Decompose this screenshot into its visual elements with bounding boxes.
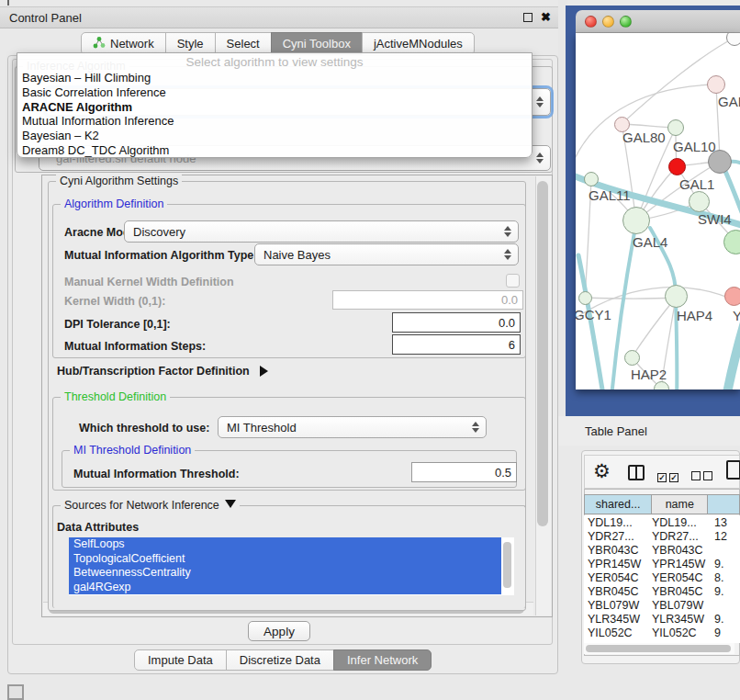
table-cell: YDL19... — [584, 516, 650, 529]
tab-infer-network[interactable]: Infer Network — [333, 649, 432, 671]
manual-kernel-checkbox[interactable] — [506, 274, 520, 288]
network-node-gcy1[interactable] — [578, 291, 592, 305]
deselect-all-checkbox-icon[interactable] — [691, 468, 715, 484]
mi-steps-label: Mutual Information Steps: — [64, 340, 206, 353]
network-node-gal11[interactable] — [584, 172, 599, 186]
network-node-unlabeled-top[interactable] — [726, 33, 740, 46]
network-tab-icon — [93, 36, 106, 51]
column-header-cropped[interactable] — [708, 495, 739, 514]
mi-threshold-definition-title: MI Threshold Definition — [70, 444, 195, 457]
mi-type-value: Naive Bayes — [263, 248, 331, 262]
list-item-gal4rgexp[interactable]: gal4RGexp — [69, 581, 501, 595]
hub-definition-toggle[interactable]: Hub/Transcription Factor Definition — [57, 365, 268, 378]
window-close-button[interactable] — [585, 16, 597, 28]
table-row[interactable]: YBL079WYBL079W — [584, 598, 740, 612]
table-row[interactable]: YER054CYER054C8. — [584, 570, 740, 584]
mi-steps-value: 6 — [509, 338, 515, 352]
table-cell: YBR043C — [584, 544, 650, 557]
table-horizontal-scrollbar-thumb[interactable] — [586, 645, 731, 652]
window-minimize-button[interactable] — [602, 16, 614, 28]
settings-gear-icon[interactable]: ⚙ — [593, 460, 611, 482]
dropdown-item-mutual-information[interactable]: Mutual Information Inference — [17, 114, 532, 129]
node-label: GCY1 — [576, 307, 611, 322]
network-node-gal10[interactable] — [667, 119, 684, 136]
network-node-hap4[interactable] — [665, 285, 688, 308]
close-panel-icon[interactable]: ✖ — [541, 13, 551, 22]
float-panel-icon[interactable] — [523, 13, 533, 22]
tab-select-label: Select — [227, 37, 260, 51]
kernel-width-label: Kernel Width (0,1): — [64, 295, 165, 308]
list-item-betweennesscentrality[interactable]: BetweennessCentrality — [69, 566, 501, 581]
dropdown-item-basic-correlation[interactable]: Basic Correlation Inference — [17, 85, 532, 100]
dropdown-item-dream8[interactable]: Dream8 DC_TDC Algorithm — [17, 143, 532, 158]
column-header-name[interactable]: name — [652, 495, 708, 514]
table-cell: 9. — [711, 558, 740, 570]
window-zoom-button[interactable] — [620, 16, 632, 28]
table-row[interactable]: YPR145WYPR145W9. — [584, 557, 740, 570]
table-cell: 9. — [711, 585, 740, 598]
tab-cyni-toolbox-label: Cyni Toolbox — [283, 37, 351, 51]
table-cell: 8. — [711, 571, 740, 584]
dropdown-item-bayesian-hill-climbing[interactable]: Bayesian – Hill Climbing — [17, 71, 532, 85]
aracne-mode-combo[interactable]: Discovery — [124, 220, 519, 243]
network-canvas[interactable]: GAL GAL80 GAL10 GAL1 GAL11 GAL4 SWI4 GCY… — [576, 33, 740, 390]
table-row[interactable]: YDR27...YDR27...12 — [584, 529, 740, 543]
dpi-tolerance-label: DPI Tolerance [0,1]: — [64, 318, 171, 331]
node-label: HAP4 — [677, 308, 712, 323]
network-node-red[interactable] — [668, 158, 686, 175]
table-cell: 9. — [711, 613, 740, 626]
column-header-shared-name[interactable]: shared... — [585, 495, 652, 514]
mi-steps-field[interactable]: 6 — [392, 334, 521, 355]
select-all-checkbox-icon[interactable]: ✓✓ — [657, 468, 681, 484]
network-window-titlebar[interactable] — [576, 10, 740, 33]
network-node-gal4[interactable] — [622, 207, 650, 234]
table-row[interactable]: YDL19...YDL19...13 — [584, 515, 740, 529]
node-label: GAL11 — [589, 187, 631, 203]
node-label: GAL80 — [622, 130, 666, 145]
dpi-tolerance-field[interactable]: 0.0 — [392, 312, 521, 333]
function-builder-icon[interactable] — [726, 460, 740, 480]
table-row[interactable]: YIL052CYIL052C9 — [584, 626, 740, 639]
kernel-width-field[interactable]: 0.0 — [332, 290, 523, 310]
cyni-algorithm-settings-title: Cyni Algorithm Settings — [56, 175, 182, 187]
network-node-salmon[interactable] — [724, 287, 740, 306]
which-threshold-combo[interactable]: MI Threshold — [218, 416, 487, 438]
tab-discretize-data-label: Discretize Data — [240, 653, 320, 667]
settings-vertical-scrollbar-thumb[interactable] — [537, 181, 548, 526]
table-row[interactable]: YLR345WYLR345W9. — [584, 612, 740, 626]
node-label: Y — [733, 308, 740, 323]
table-cell: YBL079W — [584, 599, 650, 612]
table-cell: YPR145W — [584, 558, 650, 570]
table-row[interactable]: YBR045CYBR045C9. — [584, 584, 740, 598]
list-item-selfloops[interactable]: SelfLoops — [69, 537, 501, 552]
node-label: GAL — [718, 94, 740, 109]
mi-type-combo[interactable]: Naive Bayes — [254, 243, 519, 265]
table-cell: 13 — [711, 516, 740, 529]
sources-group-title[interactable]: Sources for Network Inference — [61, 499, 240, 512]
mi-type-label: Mutual Information Algorithm Type: — [64, 249, 257, 262]
tab-impute-data[interactable]: Impute Data — [134, 649, 227, 671]
table-cell: 9 — [711, 627, 740, 639]
network-node-gal-top[interactable] — [707, 75, 725, 94]
cropped-tool-icon[interactable] — [7, 684, 24, 700]
apply-button[interactable]: Apply — [248, 621, 310, 641]
node-label: HAP2 — [631, 367, 667, 382]
tab-discretize-data[interactable]: Discretize Data — [226, 649, 334, 671]
table-cell: YIL052C — [650, 627, 711, 639]
attributes-list-scrollbar-thumb[interactable] — [503, 542, 511, 588]
column-layout-icon[interactable] — [628, 465, 645, 480]
table-cell: YIL052C — [584, 627, 650, 639]
dropdown-item-bayesian-k2[interactable]: Bayesian – K2 — [17, 129, 532, 143]
list-item-topologicalcoefficient[interactable]: TopologicalCoefficient — [69, 552, 501, 567]
data-attributes-label: Data Attributes — [57, 521, 139, 534]
dropdown-item-aracne[interactable]: ARACNE Algorithm — [17, 100, 532, 115]
mi-threshold-field[interactable]: 0.5 — [411, 462, 517, 482]
hub-definition-label: Hub/Transcription Factor Definition — [57, 365, 250, 378]
network-node-gray[interactable] — [708, 150, 732, 174]
node-label: GAL1 — [679, 176, 714, 192]
network-node-gal1[interactable] — [689, 191, 710, 212]
kernel-width-value: 0.0 — [501, 293, 518, 307]
table-cell: YDL19... — [650, 516, 711, 529]
table-row[interactable]: YBR043CYBR043C — [584, 543, 740, 557]
network-node-hap2[interactable] — [624, 350, 640, 366]
